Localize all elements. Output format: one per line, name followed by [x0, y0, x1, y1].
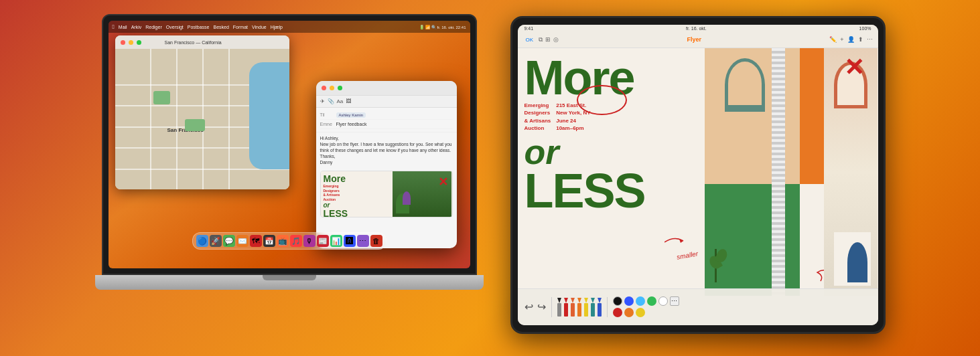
pen-tool-2[interactable]	[564, 298, 568, 317]
dock-trash-icon[interactable]: 🗑	[370, 235, 382, 247]
ipad-person-icon[interactable]: 👤	[847, 36, 855, 43]
macbook-screen:  Mail Arkiv Rediger Oversigt Postbasse …	[109, 21, 470, 268]
menu-item-hjaelp[interactable]: Hjælp	[271, 25, 283, 29]
pen-tool-7[interactable]	[598, 298, 602, 317]
attachment-icon[interactable]: 📎	[328, 98, 334, 104]
ipad-copy-icon[interactable]: ⧉	[539, 36, 543, 43]
menu-item-postbasse[interactable]: Postbasse	[188, 25, 210, 29]
menu-item-arkiv[interactable]: Arkiv	[131, 25, 142, 29]
dock-more-icon[interactable]: ⋯	[357, 235, 369, 247]
dock-finder-icon[interactable]: 🔵	[196, 235, 208, 247]
ipad-toolbar-center: Flyer	[563, 36, 825, 43]
ipad-toolbar-right: ✏️ + 👤 ⬆ ⋯	[829, 36, 872, 43]
dock-calendar-icon[interactable]: 📅	[263, 235, 275, 247]
color-swatch-lightblue[interactable]	[636, 296, 645, 306]
macbook-body:  Mail Arkiv Rediger Oversigt Postbasse …	[95, 14, 484, 329]
color-swatch-yellow[interactable]	[636, 308, 645, 317]
dock-maps-icon[interactable]: 🗺	[250, 235, 262, 247]
more-colors-button[interactable]: ⋯	[670, 296, 679, 306]
dock-mail-icon[interactable]: ✉️	[236, 235, 249, 247]
dock-news-icon[interactable]: 📰	[317, 235, 329, 247]
ipad-ok-button[interactable]: OK	[523, 36, 537, 43]
map-water	[249, 62, 289, 169]
ipad-doc-title: Flyer	[687, 36, 701, 43]
color-row-1: ⋯	[613, 296, 679, 306]
ipad-screen: 9:41 fr. 16. okt. 100% OK ⧉ ⊞ ◎ Flyer	[518, 25, 878, 325]
mail-body-text[interactable]: Hi Ashley, New job on the flyer. I have …	[316, 132, 457, 168]
menu-item-rediger[interactable]: Rediger	[145, 25, 162, 29]
color-swatch-white[interactable]	[658, 296, 668, 306]
ipad-grid-icon[interactable]: ⊞	[545, 36, 551, 43]
ipad-more-icon[interactable]: ⋯	[867, 36, 873, 43]
menu-item-oversigt[interactable]: Oversigt	[166, 25, 184, 29]
mail-subject-value: Flyer feedback	[336, 122, 367, 126]
ipad-circle-icon[interactable]: ◎	[553, 36, 559, 43]
dock-podcasts-icon[interactable]: 🎙	[303, 235, 316, 247]
x-mark-annotation: ✕	[844, 54, 864, 82]
undo-button[interactable]: ↩	[524, 300, 533, 313]
color-swatch-green[interactable]	[647, 296, 656, 306]
mail-titlebar	[316, 81, 457, 96]
ipad-date: fr. 16. okt.	[686, 26, 707, 31]
flyer-thumbnail: More EmergingDesigners& ArtisansAuction …	[321, 171, 452, 217]
mail-compose-window[interactable]: ✈ 📎 Aa 🖼 Til Ashley Kamin Emne	[316, 81, 457, 248]
flyer-mini-details: EmergingDesigners& ArtisansAuction	[324, 184, 391, 201]
flyer-left-panel: More EmergingDesigners& ArtisansAuction …	[518, 48, 705, 296]
color-swatch-red[interactable]	[613, 308, 622, 317]
map-titlebar: San Francisco — California	[115, 35, 289, 49]
format-icon[interactable]: Aa	[337, 98, 344, 104]
flyer-mini-more: More	[324, 174, 391, 183]
ipad-app-toolbar: OK ⧉ ⊞ ◎ Flyer ✏️ + 👤 ⬆ ⋯	[518, 32, 878, 48]
menu-item-mail[interactable]: Mail	[119, 25, 127, 29]
color-swatch-black[interactable]	[613, 296, 622, 306]
ipad-share-icon[interactable]: ⬆	[858, 36, 863, 43]
pen-tool-6[interactable]	[591, 298, 595, 317]
flyer-less-text: LESS	[524, 169, 699, 213]
annotation-smaller-text: smaller	[676, 250, 699, 260]
minimize-button-dot[interactable]	[129, 40, 133, 45]
ipad-pencil-icon[interactable]: ✏️	[829, 36, 837, 43]
annotation-arrow-svg	[664, 236, 685, 249]
mail-subject-row: Emne Flyer feedback	[320, 120, 453, 129]
color-row-2	[613, 308, 679, 317]
mail-to-row: Til Ashley Kamin	[320, 110, 453, 120]
flyer-mini-right: ✕	[393, 171, 451, 217]
pen-tool-3[interactable]	[571, 298, 575, 317]
map-window[interactable]: San Francisco — California	[115, 35, 289, 189]
mail-fullscreen-dot[interactable]	[338, 86, 342, 90]
ipad-add-icon[interactable]: +	[840, 36, 843, 43]
dock-tv-icon[interactable]: 📺	[277, 235, 289, 247]
dock-music-icon[interactable]: 🎵	[290, 235, 302, 247]
dock-launchpad-icon[interactable]: 🚀	[210, 235, 222, 247]
menu-bar-right: 🔋 📶 🔍 fr. 16. okt. 22:41	[419, 25, 466, 29]
dock-messages-icon[interactable]: 💬	[223, 235, 235, 247]
striped-pillar	[772, 48, 785, 296]
pen-tool-5[interactable]	[584, 298, 588, 317]
ipad-status-bar: 9:41 fr. 16. okt. 100%	[518, 25, 878, 32]
pen-tool-4[interactable]	[577, 298, 581, 317]
color-swatch-blue[interactable]	[624, 296, 634, 306]
color-swatch-orange[interactable]	[624, 308, 634, 317]
menu-item-besked[interactable]: Besked	[213, 25, 228, 29]
close-button-dot[interactable]	[121, 40, 125, 45]
mail-attachment: More EmergingDesigners& ArtisansAuction …	[320, 171, 453, 217]
dock-numbers-icon[interactable]: 📊	[330, 235, 342, 247]
menu-item-format[interactable]: Format	[233, 25, 248, 29]
dock-appstore-icon[interactable]: 🅰	[344, 235, 356, 247]
flyer-content: More EmergingDesigners& ArtisansAuction …	[518, 48, 878, 296]
dock: 🔵 🚀 💬 ✉️ 🗺 📅 📺 🎵 🎙 📰 📊 🅰 ⋯ 🗑	[192, 232, 387, 250]
flyer-col2-text: 215 East St.New York, NYJune 2410am–6pm	[556, 102, 590, 132]
photo-icon[interactable]: 🖼	[346, 98, 351, 104]
send-icon[interactable]: ✈	[320, 98, 325, 104]
fullscreen-button-dot[interactable]	[137, 40, 141, 45]
flyer-more-text: More	[524, 56, 699, 100]
mail-close-dot[interactable]	[322, 86, 326, 90]
mail-to-chip[interactable]: Ashley Kamin	[336, 112, 366, 118]
pen-tool-1[interactable]	[557, 298, 561, 317]
pencil-tools-group	[557, 298, 602, 317]
mail-fields: Til Ashley Kamin Emne Flyer feedback	[316, 108, 457, 132]
flyer-mini-less: LESS	[324, 209, 391, 217]
menu-item-vindue[interactable]: Vindue	[252, 25, 267, 29]
redo-button[interactable]: ↪	[537, 300, 546, 313]
mail-minimize-dot[interactable]	[330, 86, 334, 90]
